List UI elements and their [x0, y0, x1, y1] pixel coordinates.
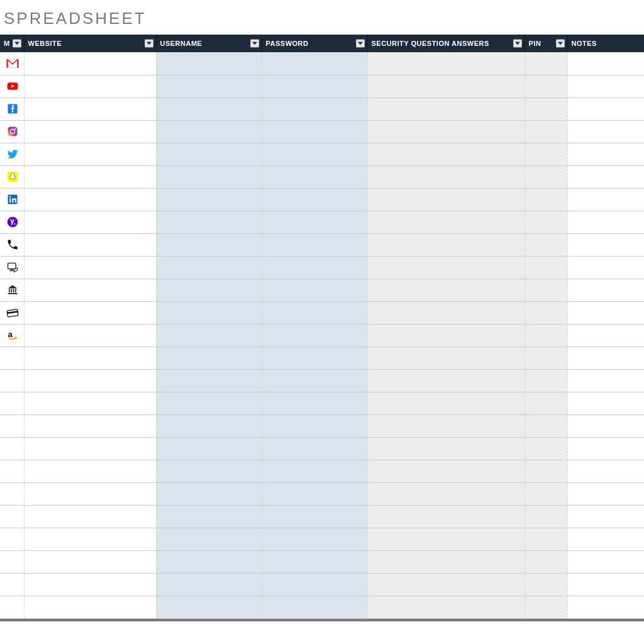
- cell-password[interactable]: [262, 233, 367, 256]
- cell-username[interactable]: [156, 369, 262, 392]
- cell-website[interactable]: [24, 528, 156, 550]
- cell-icon[interactable]: [0, 347, 24, 369]
- cell-username[interactable]: [156, 301, 262, 324]
- cell-password[interactable]: [262, 188, 367, 211]
- cell-website[interactable]: [24, 550, 156, 573]
- cell-website[interactable]: [24, 143, 156, 165]
- cell-username[interactable]: [156, 505, 262, 528]
- cell-website[interactable]: [24, 369, 156, 392]
- cell-secq[interactable]: [367, 596, 525, 618]
- cell-secq[interactable]: [367, 301, 525, 324]
- cell-pin[interactable]: [525, 143, 567, 165]
- cell-notes[interactable]: [567, 596, 644, 618]
- cell-password[interactable]: [262, 482, 367, 505]
- cell-icon[interactable]: [0, 505, 24, 528]
- filter-dropdown-icon[interactable]: [556, 40, 565, 48]
- cell-pin[interactable]: [525, 528, 567, 550]
- cell-notes[interactable]: [567, 528, 644, 550]
- cell-secq[interactable]: [367, 460, 525, 482]
- cell-icon[interactable]: [0, 392, 24, 414]
- cell-website[interactable]: [24, 347, 156, 369]
- cell-pin[interactable]: [525, 120, 567, 143]
- cell-icon[interactable]: [0, 75, 24, 97]
- cell-pin[interactable]: [525, 97, 567, 120]
- cell-website[interactable]: [24, 52, 156, 75]
- cell-password[interactable]: [262, 437, 367, 460]
- cell-notes[interactable]: [567, 392, 644, 414]
- cell-icon[interactable]: [0, 301, 24, 324]
- cell-password[interactable]: [262, 301, 367, 324]
- cell-website[interactable]: [24, 120, 156, 143]
- cell-notes[interactable]: [567, 52, 644, 75]
- cell-notes[interactable]: [567, 143, 644, 165]
- cell-pin[interactable]: [525, 573, 567, 596]
- cell-secq[interactable]: [367, 143, 525, 165]
- filter-dropdown-icon[interactable]: [13, 40, 21, 48]
- cell-secq[interactable]: [367, 414, 525, 437]
- cell-secq[interactable]: [367, 52, 525, 75]
- cell-icon[interactable]: [0, 233, 24, 256]
- cell-pin[interactable]: [525, 75, 567, 97]
- cell-secq[interactable]: [367, 369, 525, 392]
- cell-icon[interactable]: [0, 165, 24, 188]
- cell-pin[interactable]: [525, 165, 567, 188]
- cell-pin[interactable]: [525, 369, 567, 392]
- cell-password[interactable]: [262, 143, 367, 165]
- cell-pin[interactable]: [525, 505, 567, 528]
- cell-password[interactable]: [262, 324, 367, 347]
- cell-secq[interactable]: [367, 188, 525, 211]
- cell-pin[interactable]: [525, 482, 567, 505]
- cell-icon[interactable]: [0, 279, 24, 301]
- cell-pin[interactable]: [525, 211, 567, 233]
- cell-website[interactable]: [24, 75, 156, 97]
- cell-notes[interactable]: [567, 550, 644, 573]
- cell-website[interactable]: [24, 460, 156, 482]
- cell-username[interactable]: [156, 550, 262, 573]
- cell-secq[interactable]: [367, 233, 525, 256]
- cell-website[interactable]: [24, 301, 156, 324]
- cell-notes[interactable]: [567, 188, 644, 211]
- cell-pin[interactable]: [525, 392, 567, 414]
- cell-notes[interactable]: [567, 324, 644, 347]
- cell-pin[interactable]: [525, 596, 567, 618]
- col-header-secq[interactable]: SECURITY QUESTION ANSWERS: [367, 35, 525, 52]
- cell-notes[interactable]: [567, 347, 644, 369]
- cell-password[interactable]: [262, 414, 367, 437]
- cell-website[interactable]: [24, 188, 156, 211]
- cell-username[interactable]: [156, 437, 262, 460]
- cell-password[interactable]: [262, 256, 367, 279]
- cell-secq[interactable]: [367, 120, 525, 143]
- cell-notes[interactable]: [567, 482, 644, 505]
- cell-pin[interactable]: [525, 188, 567, 211]
- cell-password[interactable]: [262, 596, 367, 618]
- cell-icon[interactable]: [0, 596, 24, 618]
- col-header-username[interactable]: USERNAME: [156, 35, 262, 52]
- filter-dropdown-icon[interactable]: [250, 40, 259, 48]
- cell-notes[interactable]: [567, 460, 644, 482]
- cell-username[interactable]: [156, 414, 262, 437]
- cell-notes[interactable]: [567, 279, 644, 301]
- cell-icon[interactable]: [0, 97, 24, 120]
- cell-icon[interactable]: [0, 573, 24, 596]
- col-header-pin[interactable]: PIN: [525, 35, 567, 52]
- cell-icon[interactable]: [0, 211, 24, 233]
- cell-icon[interactable]: [0, 120, 24, 143]
- cell-notes[interactable]: [567, 165, 644, 188]
- cell-password[interactable]: [262, 460, 367, 482]
- cell-password[interactable]: [262, 120, 367, 143]
- cell-notes[interactable]: [567, 573, 644, 596]
- cell-secq[interactable]: [367, 324, 525, 347]
- filter-dropdown-icon[interactable]: [145, 40, 153, 48]
- cell-username[interactable]: [156, 233, 262, 256]
- cell-username[interactable]: [156, 165, 262, 188]
- cell-notes[interactable]: [567, 437, 644, 460]
- cell-notes[interactable]: [567, 369, 644, 392]
- cell-icon[interactable]: [0, 143, 24, 165]
- cell-icon[interactable]: [0, 52, 24, 75]
- cell-pin[interactable]: [525, 52, 567, 75]
- cell-website[interactable]: [24, 279, 156, 301]
- cell-password[interactable]: [262, 165, 367, 188]
- col-header-notes[interactable]: NOTES: [567, 35, 644, 52]
- cell-icon[interactable]: [0, 369, 24, 392]
- cell-pin[interactable]: [525, 256, 567, 279]
